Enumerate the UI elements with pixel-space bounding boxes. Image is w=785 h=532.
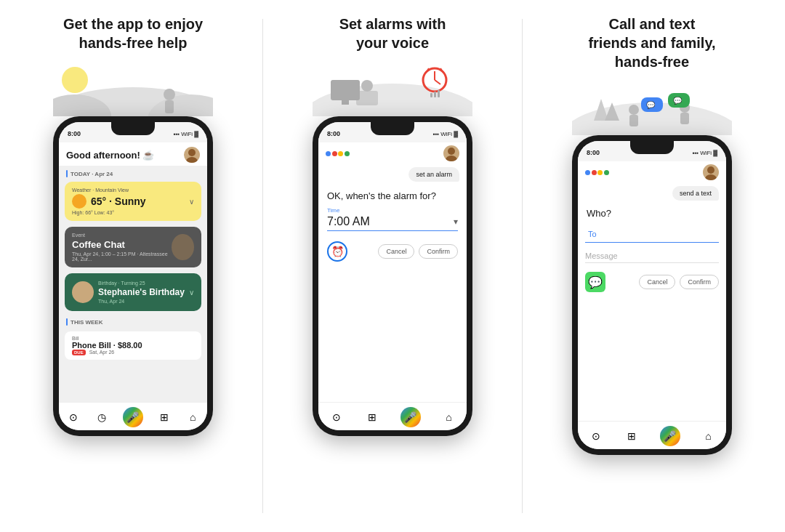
birthday-title: Stephanie's Birthday <box>98 287 189 297</box>
bill-date: Sat, Apr 26 <box>89 350 115 355</box>
wifi-icon-3: WiFi <box>700 150 712 156</box>
svg-point-7 <box>186 157 198 163</box>
chat-area-2: set an alarm OK, when's the alarm for? T… <box>318 164 467 402</box>
event-card[interactable]: Event Coffee Chat Thu, Apr 24, 1:00 – 2:… <box>65 227 201 267</box>
birthday-avatar <box>72 281 94 303</box>
notch-3 <box>630 141 674 154</box>
status-bar-2: 8:00 ▪▪▪ WiFi ▓ <box>318 122 467 142</box>
ga-header-2 <box>318 142 467 164</box>
weather-chevron[interactable]: ∨ <box>189 198 194 206</box>
avatar-svg-2 <box>443 145 459 161</box>
bill-item[interactable]: Bill Phone Bill · $88.00 DUE Sat, Apr 26 <box>65 331 201 360</box>
weather-temp-text: 65° · Sunny <box>91 196 146 207</box>
signal-icon: ▪▪▪ <box>174 131 180 137</box>
text-cancel-button[interactable]: Cancel <box>639 275 675 289</box>
alarm-confirm-button[interactable]: Confirm <box>419 244 458 259</box>
text-confirm-button[interactable]: Confirm <box>680 275 719 289</box>
user-bubble-3: send a text <box>672 186 719 201</box>
alarm-bell-icon: ⏰ <box>327 241 347 262</box>
svg-point-26 <box>629 105 639 115</box>
message-placeholder[interactable]: Message <box>585 251 719 263</box>
battery-icon-2: ▓ <box>454 131 458 137</box>
birthday-sub: Thu, Apr 24 <box>98 299 189 304</box>
user-avatar-1[interactable] <box>184 147 200 163</box>
birthday-card[interactable]: Birthday · Turning 25 Stephanie's Birthd… <box>65 273 201 311</box>
nav-compass-icon-3[interactable]: ⊙ <box>589 429 603 443</box>
svg-rect-19 <box>434 92 436 97</box>
svg-point-4 <box>164 89 175 100</box>
logo-dot-green <box>345 151 350 156</box>
svg-rect-29 <box>680 113 689 124</box>
app-container: Get the app to enjoy hands-free help 8:0… <box>7 7 778 525</box>
to-field[interactable]: To <box>585 225 719 243</box>
phone-1: 8:00 ▪▪▪ WiFi ▓ Good afternoon! ☕ <box>53 116 213 436</box>
birthday-chevron[interactable]: ∨ <box>189 289 194 297</box>
svg-rect-12 <box>342 100 349 105</box>
divider-2 <box>522 19 523 513</box>
status-bar-1: 8:00 ▪▪▪ WiFi ▓ <box>59 122 207 142</box>
nav-grid-icon-3[interactable]: ⊞ <box>624 429 639 443</box>
birthday-label: Birthday · Turning 25 <box>98 281 189 286</box>
nav-compass-icon[interactable]: ⊙ <box>66 410 81 424</box>
nav-clock-icon[interactable]: ◷ <box>94 410 109 424</box>
svg-rect-5 <box>165 100 174 113</box>
today-section-label: TODAY · Apr 24 <box>59 166 207 179</box>
alarm-cancel-button[interactable]: Cancel <box>378 244 414 259</box>
phone-1-screen: 8:00 ▪▪▪ WiFi ▓ Good afternoon! ☕ <box>59 122 207 430</box>
svg-line-15 <box>435 80 440 84</box>
screen1-content: TODAY · Apr 24 Weather · Mountain View 6… <box>59 166 207 402</box>
google-assistant-logo-3 <box>585 170 609 175</box>
svg-point-10 <box>361 80 373 92</box>
notch-2 <box>371 122 414 135</box>
nav-compass-icon-2[interactable]: ⊙ <box>329 410 344 424</box>
nav-grid-icon[interactable]: ⊞ <box>157 410 172 424</box>
time-1: 8:00 <box>68 130 81 137</box>
nav-grid-icon-2[interactable]: ⊞ <box>365 410 379 424</box>
weather-temp-group: 65° · Sunny <box>72 194 146 209</box>
panel-2-illustration <box>313 58 472 116</box>
event-info: Event Coffee Chat Thu, Apr 24, 1:00 – 2:… <box>72 233 172 262</box>
user-avatar-2[interactable] <box>443 145 459 161</box>
text-action-buttons: Cancel Confirm <box>639 275 719 289</box>
message-section: Message <box>585 251 719 263</box>
weather-sub: High: 66° Low: 43° <box>72 210 194 215</box>
text-illustration: 💬 💬 <box>572 77 732 135</box>
svg-point-35 <box>705 174 717 180</box>
time-picker[interactable]: Time 7:00 AM ▾ <box>318 204 467 234</box>
nav-home-icon-3[interactable]: ⌂ <box>701 429 716 443</box>
nav-mic-button-2[interactable]: 🎤 <box>400 407 421 427</box>
phone-2: 8:00 ▪▪▪ WiFi ▓ <box>313 116 472 436</box>
nav-mic-button-3[interactable]: 🎤 <box>660 426 680 446</box>
nav-mic-button-1[interactable]: 🎤 <box>123 407 143 427</box>
status-icons-2: ▪▪▪ WiFi ▓ <box>433 131 458 137</box>
logo-dot-red <box>332 151 337 156</box>
phone-3: 8:00 ▪▪▪ WiFi ▓ <box>572 135 732 455</box>
svg-point-22 <box>446 156 457 161</box>
chat-area-3: send a text Who? To Message 💬 <box>578 183 726 421</box>
status-icons-3: ▪▪▪ WiFi ▓ <box>693 150 717 156</box>
screen1-header: Good afternoon! ☕ <box>59 142 207 166</box>
nav-home-icon-2[interactable]: ⌂ <box>442 410 456 424</box>
nav-home-icon[interactable]: ⌂ <box>185 410 200 424</box>
event-label: Event <box>72 233 172 238</box>
signal-icon-3: ▪▪▪ <box>693 150 699 156</box>
svg-rect-11 <box>331 80 360 100</box>
panel-2-title: Set alarms with your voice <box>332 15 454 52</box>
panel-1-illustration <box>53 58 213 116</box>
weather-main: 65° · Sunny ∨ <box>72 194 194 209</box>
weather-card[interactable]: Weather · Mountain View 65° · Sunny ∨ Hi… <box>65 182 201 221</box>
panel-3-illustration: 💬 💬 <box>572 77 732 135</box>
avatar-svg-1 <box>184 147 200 163</box>
svg-point-3 <box>62 67 88 93</box>
avatar-svg-3 <box>703 164 719 180</box>
phone-3-screen: 8:00 ▪▪▪ WiFi ▓ <box>578 141 726 449</box>
birthday-info: Birthday · Turning 25 Stephanie's Birthd… <box>98 281 189 304</box>
panel-3-title: Call and text friends and family, hands-… <box>581 15 722 71</box>
time-2: 8:00 <box>327 130 340 137</box>
user-avatar-3[interactable] <box>703 164 719 180</box>
svg-point-21 <box>448 148 455 155</box>
time-value: 7:00 AM <box>327 215 370 228</box>
time-dropdown-arrow[interactable]: ▾ <box>454 217 458 227</box>
alarm-question: OK, when's the alarm for? <box>318 185 467 204</box>
logo-dot-yellow-3 <box>597 170 603 175</box>
